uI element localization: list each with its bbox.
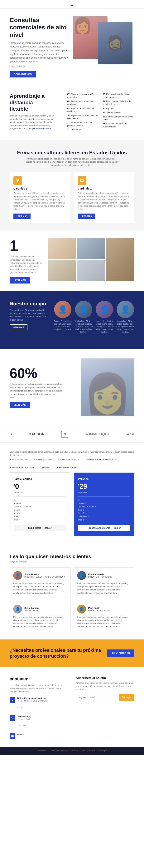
team-member: 👤 Carlos Doe. Click to select this text … [75, 301, 93, 334]
check-mark-icon: ✓ [33, 459, 35, 461]
testimonial-role-3: GERENTE DE VENTAS [88, 610, 111, 612]
testimonials-section: Lea lo que dicen nuestros clientes Imáge… [0, 544, 144, 640]
learning-item: 36.Sierras lineales [103, 111, 134, 114]
hero-cta-button[interactable]: CONTÁCTENOS [10, 71, 36, 78]
testimonial-avatar-0: 👤 [13, 571, 22, 580]
card2-title: Card title 2 [78, 187, 131, 190]
testimonial-text-1: Proin sed libero enim sed faucibus turpi… [77, 582, 131, 594]
cta-title: ¿Necesitas profesionales para tu próxima… [10, 647, 107, 659]
card-btn-1[interactable]: Proceso anualmente → Zapier [78, 525, 130, 531]
team-member: 👤 Luanda Doe. Click to select this text … [96, 301, 114, 334]
header: ☰ [0, 0, 144, 9]
testimonials-title: Lea lo que dicen nuestros clientes [10, 554, 134, 559]
learning-item: 07.Sistemas a manipulación de materiales [67, 93, 99, 99]
card-label-0: Para el equipo [14, 477, 66, 480]
team-member: 👤 Juanita Doe. Click to select this text… [116, 301, 134, 334]
hero-description: Ofrecemos un amplia gama de consultas co… [10, 41, 69, 63]
phone2: +351.7695 [17, 724, 31, 727]
team-title: Nuestro equipo [10, 301, 48, 307]
logo-1: BALDOR [29, 432, 45, 436]
team-btn[interactable]: LEER MÁS [10, 324, 28, 331]
logo-0: S [10, 432, 12, 436]
learning-list: 07.Sistemas a manipulación de materiales… [67, 93, 134, 132]
location-icon [10, 697, 15, 703]
consulting-section: Firmas consultoras líderes en Estados Un… [0, 140, 144, 230]
newsletter-title: Suscríbete al boletín [76, 676, 134, 680]
check-mark-icon: ✓ [39, 466, 41, 469]
sixty-btn[interactable]: LEER MÁS [10, 402, 30, 408]
card-price-0: $0 [14, 483, 66, 491]
testimonial-name-0: Jonh Almeida [24, 573, 65, 576]
testimonial-name-1: Frank Almeida [88, 573, 113, 576]
pricing-check-item: ✓Escorial ... [39, 466, 51, 469]
phone1: +351-743 4685 [17, 717, 31, 720]
sixty-percent: 60% [10, 366, 75, 380]
consulting-card-1: Card title 1 Esta acción no lo redirigir… [10, 173, 70, 223]
price-row: muestra [78, 502, 130, 504]
testimonial-avatar-1: 👤 [77, 571, 86, 580]
learning-title: Aprendizaje a distancia flexible [10, 93, 60, 112]
consulting-icon-2 [78, 176, 86, 185]
photo-woman2 [106, 238, 134, 281]
member-name-3: Juanita Doe. Click to select this text b… [116, 320, 134, 334]
sixty-description: Este programa ha hecho que aplique a su … [10, 382, 63, 399]
office-city: Str. n [17, 706, 47, 709]
testimonial-avatar-2: 👤 [13, 605, 22, 614]
footer-text: © Derechos de autor 2023 Todos los derec… [10, 750, 134, 752]
learning-col-1: 07.Sistemas a manipulación de materiales… [67, 93, 99, 132]
hamburger-menu-icon[interactable]: ☰ [70, 2, 74, 6]
testimonial-cards: 👤 Jonh Almeida DIRECTOR EJECUTIVO DE LA … [10, 567, 134, 632]
contact-email: E-mail [10, 733, 68, 739]
card-rows-header-0: ej. [14, 499, 66, 501]
photo-notebook [48, 260, 76, 281]
testimonial-name-3: Paul Smith [88, 607, 111, 610]
pricing-check-item: ✓Formularios ilimitados [57, 466, 78, 469]
logos-section: SBALDOR⊞SOMMETIQUEΛΛΛ [0, 426, 144, 443]
logo-2: ⊞ [61, 431, 68, 438]
pricing-intro-text: Comience a utilizar static.app como aloj… [10, 450, 134, 457]
testimonial-card-2: 👤 Silvia Larsen SECRETARIO Proin sed lib… [10, 601, 71, 632]
team-section: Nuestro equipo Paragraph text. Click to … [0, 291, 144, 349]
price-row: área 3 [14, 512, 66, 514]
member-name-0: Sandra Doe. Click to edit text. Click ag… [54, 320, 72, 331]
price-row: Escorial · Conjunto [14, 505, 66, 508]
number-btn[interactable]: LEER MÁS [10, 277, 30, 283]
testimonials-source: Imágenes de Freepik [10, 560, 134, 563]
phone-label: Teléfono (fijo) [17, 715, 31, 717]
hero-man-photo: 🧔 [98, 22, 133, 64]
card-price-1: $29 [78, 483, 130, 491]
learning-col-2: 63.Equipos de producción de componentes6… [103, 93, 134, 132]
testimonial-card-3: 👤 Paul Smith GERENTE DE VENTAS Proin sed… [74, 601, 135, 632]
learning-section: Aprendizaje a distancia flexible Brindam… [0, 83, 144, 140]
email-icon [10, 733, 15, 739]
photo-grid [48, 238, 134, 281]
photo-coffee [48, 238, 76, 259]
photo-office1 [77, 238, 105, 259]
email-input[interactable] [76, 694, 119, 701]
team-member: 👤 Sandra Doe. Click to edit text. Click … [54, 301, 72, 334]
price-row: Escorial · Conjunto [78, 505, 130, 508]
card-period-0: Mensuales [14, 492, 66, 494]
card2-text: Esta acción no lo redirigirá a la organi… [78, 192, 131, 211]
card-rows-header-1: ej. [78, 499, 130, 501]
learning-description: Brindamos aprendizaje en línea flexible … [10, 114, 60, 130]
member-name-1: Carlos Doe. Click to select this text bo… [75, 320, 93, 334]
consulting-subtitle: Brindamos aprendizaje en línea flexible … [24, 157, 120, 167]
subscribe-button[interactable]: Entregar [119, 694, 134, 701]
card-btn-0[interactable]: Subir gratis → Zapier [14, 525, 66, 531]
newsletter-desc: ¿Deseas encontrarte en nuestras increíbl… [76, 681, 134, 691]
learning-item: 08.Remolques con ampipio enrollable [67, 100, 99, 106]
logo-3: SOMMETIQUE [85, 432, 110, 436]
office-address: The Courtyard, Al Quoz 3 Unitrade [17, 700, 47, 702]
card1-btn[interactable]: LEER MÁS [13, 214, 31, 219]
cta-btn[interactable]: CONTÁCTENOS [107, 649, 134, 657]
testimonial-avatar-3: 👤 [77, 605, 86, 614]
testimonial-text-3: Proin sed libero enim sed faucibus turpi… [77, 615, 131, 628]
price-row: área 3 [14, 515, 66, 518]
card1-text: Esta acción no lo redirigirá a la organi… [13, 192, 66, 211]
card2-btn[interactable]: LEER MÁS [78, 214, 95, 219]
price-row: área 3 [78, 512, 130, 514]
member-photo-0: 👤 [54, 301, 71, 318]
price-row: área 2 [14, 509, 66, 511]
testimonial-role-0: DIRECTOR EJECUTIVO DE LA EMPRESA [24, 576, 65, 578]
